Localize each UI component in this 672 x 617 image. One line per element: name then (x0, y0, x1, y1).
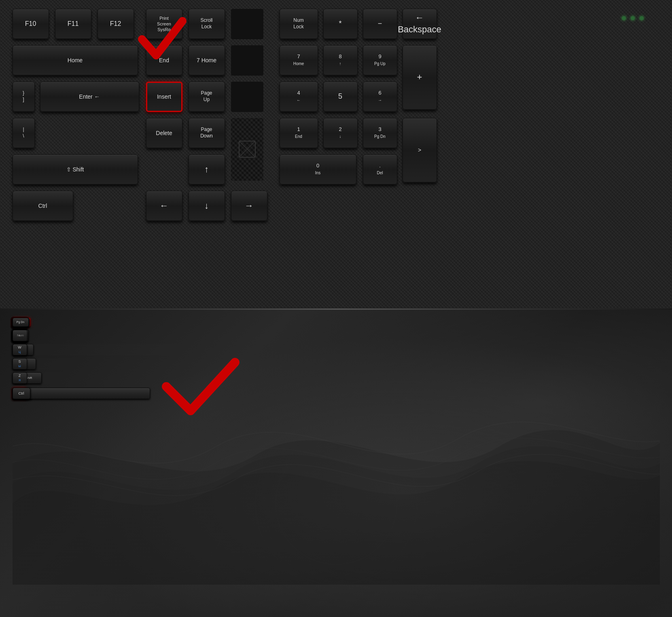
key-scroll-lock[interactable]: ScrollLock (189, 9, 225, 39)
numpad-8-label: 8↑ (339, 53, 341, 67)
key-numpad-dot[interactable]: .Del (363, 154, 397, 185)
led-1 (622, 16, 626, 20)
key-sm-num-label: Num (13, 330, 29, 341)
key-rbracket[interactable]: }] (13, 82, 35, 112)
svg-point-3 (276, 443, 397, 564)
key-sm-pgdn-b[interactable]: Pg Dn (13, 318, 29, 327)
keyboard-gap-3 (231, 82, 263, 112)
key-sm-s[interactable]: SЫ (13, 358, 27, 370)
key-numpad-1[interactable]: 1End (280, 118, 318, 148)
scroll-lock-label: ScrollLock (200, 17, 212, 30)
key-left-arrow[interactable]: ← (146, 191, 182, 221)
key-sm-z[interactable]: ZЯ (13, 372, 27, 384)
led-indicators (622, 16, 644, 20)
key-numpad-plus[interactable]: + (403, 45, 437, 110)
key-backspace[interactable]: Home (13, 45, 138, 76)
asdf-row: ⇩ AФ SЫ (13, 358, 263, 370)
zxcv-obscured (13, 372, 263, 384)
key-down-arrow[interactable]: ↓ (189, 191, 225, 221)
num-lock-label: NumLock (293, 17, 303, 30)
key-numpad-6[interactable]: 6→ (363, 82, 397, 112)
zxcv-row: ⇧ Shift ZЯ (13, 372, 263, 384)
key-backslash[interactable]: |\ (13, 118, 35, 148)
key-numpad-5[interactable]: 5 (323, 82, 358, 112)
svg-point-4 (255, 423, 417, 585)
key-numpad-minus[interactable]: ← Backspace (403, 9, 437, 39)
keyboard-gap-mid (231, 45, 263, 76)
key-num-lock[interactable]: NumLock (280, 9, 318, 39)
qwerty-obscured (13, 344, 255, 355)
key-numpad-3[interactable]: 3Pg Dn (363, 118, 397, 148)
key-right-arrow[interactable]: → (231, 191, 267, 221)
key-numpad-9[interactable]: 9Pg Up (363, 45, 397, 76)
asdf-obscured (13, 358, 263, 370)
key-numpad-2[interactable]: 2↓ (323, 118, 358, 148)
key-insert[interactable]: Insert (146, 82, 182, 112)
keyboard-logo-icon (237, 139, 257, 159)
key-numpad-7[interactable]: 7Home (280, 45, 318, 76)
svg-point-7 (458, 443, 538, 524)
keyboard-bottom-section: Esc F1 ☀ F2 ✉ F3 ✿ F4 ☰ F5 ♪ F6 ⏮ F7 ▶ F… (0, 310, 672, 617)
key-home[interactable]: End (146, 45, 182, 76)
svg-point-5 (235, 403, 437, 585)
key-sm-w[interactable]: WЦ (13, 344, 27, 355)
keyboard-logo-area (231, 118, 263, 181)
key-sm-ctrl-b2[interactable]: Ctrl (13, 388, 30, 399)
key-f12[interactable]: F12 (98, 9, 134, 39)
key-page-up[interactable]: PageUp (189, 82, 225, 112)
led-3 (640, 16, 644, 20)
key-sm-space-b[interactable] (13, 388, 150, 399)
key-end[interactable]: 7 Home (189, 45, 225, 76)
key-page-down[interactable]: PageDown (189, 118, 225, 148)
key-shift[interactable]: ⇧ Shift (13, 154, 138, 185)
keyboard-bottom-layout: Esc F1 ☀ F2 ✉ F3 ✿ F4 ☰ F5 ♪ F6 ⏮ F7 ▶ F… (13, 318, 660, 601)
key-numpad-8[interactable]: 8↑ (323, 45, 358, 76)
numpad-7-label: 7Home (293, 53, 304, 67)
led-2 (631, 16, 635, 20)
key-delete[interactable]: Delete (146, 118, 182, 148)
key-print-screen[interactable]: PrintScreenSysRq (146, 9, 182, 39)
key-f10[interactable]: F10 (13, 9, 49, 39)
key-numpad-4[interactable]: 4← (280, 82, 318, 112)
keyboard-gap-top (231, 9, 263, 39)
keyboard-top-layout: F10 F11 F12 PrintScreenSysRq ScrollLock … (13, 9, 660, 300)
numpad-9-label: 9Pg Up (374, 53, 386, 67)
key-numpad-slash[interactable]: * (323, 9, 358, 39)
key-ctrl[interactable]: Ctrl (13, 191, 73, 221)
key-up-arrow[interactable]: ↑ (189, 154, 225, 185)
qwerty-row: Tab⇥ QЙ WЦ (13, 344, 255, 355)
print-screen-label: PrintScreenSysRq (157, 15, 171, 33)
key-f11[interactable]: F11 (55, 9, 91, 39)
key-enter[interactable]: Enter ← (40, 82, 139, 112)
key-numpad-0[interactable]: 0Ins (280, 154, 356, 185)
svg-point-6 (126, 475, 223, 573)
keyboard-top-section: F10 F11 F12 PrintScreenSysRq ScrollLock … (0, 0, 672, 308)
key-numpad-star[interactable]: − (363, 9, 397, 39)
key-numpad-enter[interactable]: > (403, 118, 437, 183)
